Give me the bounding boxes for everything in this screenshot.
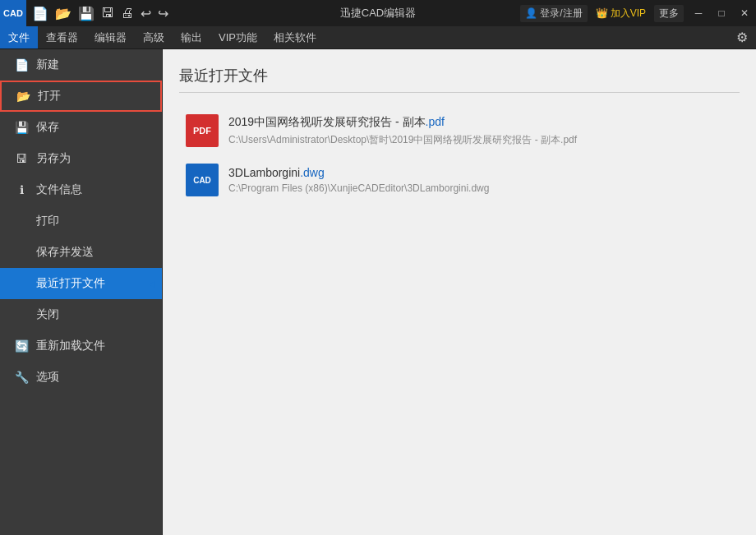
recent-file-cad[interactable]: CAD 3DLamborgini.dwg C:\Program Files (x… <box>179 155 740 205</box>
options-icon: 🔧 <box>13 371 30 384</box>
file-info-cad: 3DLamborgini.dwg C:\Program Files (x86)\… <box>228 166 489 194</box>
sidebar-item-options[interactable]: 🔧 选项 <box>0 362 162 393</box>
info-icon: ℹ <box>13 183 30 196</box>
more-button[interactable]: 更多 <box>654 5 684 22</box>
save-sidebar-icon: 💾 <box>13 121 30 134</box>
file-name-pdf: 2019中国网络视听发展研究报告 - 副本.pdf <box>228 115 577 130</box>
new-file-icon[interactable]: 📄 <box>30 4 51 23</box>
login-button[interactable]: 👤 登录/注册 <box>520 5 587 22</box>
reload-icon: 🔄 <box>13 339 30 353</box>
file-path-cad: C:\Program Files (x86)\XunjieCADEditor\3… <box>228 182 489 194</box>
sidebar-item-recent[interactable]: 最近打开文件 <box>0 268 162 299</box>
app-logo: CAD <box>0 0 26 26</box>
sidebar-item-open[interactable]: 📂 打开 <box>0 81 162 112</box>
maximize-button[interactable]: □ <box>710 0 733 26</box>
file-name-cad: 3DLamborgini.dwg <box>228 166 489 179</box>
vip-button[interactable]: 👑 加入VIP <box>591 5 651 22</box>
open-icon: 📂 <box>15 90 31 103</box>
sidebar-item-fileinfo[interactable]: ℹ 文件信息 <box>0 174 162 205</box>
undo-icon[interactable]: ↩ <box>138 4 154 23</box>
menubar-right: ⚙ <box>731 28 756 47</box>
menu-advanced[interactable]: 高级 <box>135 26 173 48</box>
main-layout: 📄 新建 📂 打开 💾 保存 🖫 另存为 ℹ 文件信息 打印 保存并发送 <box>0 49 756 535</box>
window-controls: ─ □ ✕ <box>687 0 756 26</box>
menu-output[interactable]: 输出 <box>173 26 210 48</box>
right-controls: 👤 登录/注册 👑 加入VIP 更多 <box>520 5 687 22</box>
menu-related[interactable]: 相关软件 <box>265 26 325 48</box>
user-icon: 👤 <box>525 7 537 19</box>
menu-file[interactable]: 文件 <box>0 26 38 48</box>
print-icon[interactable]: 🖨 <box>118 4 136 22</box>
close-window-button[interactable]: ✕ <box>733 0 756 26</box>
redo-icon[interactable]: ↪ <box>155 4 171 23</box>
sidebar-item-new[interactable]: 📄 新建 <box>0 49 162 81</box>
crown-icon: 👑 <box>596 7 608 19</box>
cad-icon: CAD <box>186 164 219 196</box>
sidebar-item-save[interactable]: 💾 保存 <box>0 112 162 143</box>
save-icon[interactable]: 💾 <box>76 4 97 23</box>
file-info-pdf: 2019中国网络视听发展研究报告 - 副本.pdf C:\Users\Admin… <box>228 115 577 147</box>
open-file-icon[interactable]: 📂 <box>53 4 74 23</box>
pdf-icon: PDF <box>186 114 219 147</box>
file-path-pdf: C:\Users\Administrator\Desktop\暂时\2019中国… <box>228 133 577 147</box>
content-area: 最近打开文件 PDF 2019中国网络视听发展研究报告 - 副本.pdf C:\… <box>163 49 756 535</box>
sidebar-item-saveas[interactable]: 🖫 另存为 <box>0 143 162 174</box>
minimize-button[interactable]: ─ <box>687 0 710 26</box>
recent-file-pdf[interactable]: PDF 2019中国网络视听发展研究报告 - 副本.pdf C:\Users\A… <box>179 106 740 155</box>
sidebar-item-close[interactable]: 关闭 <box>0 299 162 330</box>
sidebar: 📄 新建 📂 打开 💾 保存 🖫 另存为 ℹ 文件信息 打印 保存并发送 <box>0 49 163 535</box>
menubar: 文件 查看器 编辑器 高级 输出 VIP功能 相关软件 ⚙ <box>0 26 756 49</box>
toolbar-icons: 📄 📂 💾 🖫 🖨 ↩ ↪ <box>26 4 174 23</box>
sidebar-item-reload[interactable]: 🔄 重新加载文件 <box>0 330 162 362</box>
saveas-icon[interactable]: 🖫 <box>99 4 117 22</box>
new-icon: 📄 <box>13 58 30 71</box>
titlebar: CAD 📄 📂 💾 🖫 🖨 ↩ ↪ 迅捷CAD编辑器 👤 登录/注册 👑 加入V… <box>0 0 756 26</box>
settings-icon[interactable]: ⚙ <box>731 28 753 47</box>
sidebar-item-saveand[interactable]: 保存并发送 <box>0 237 162 268</box>
menu-editor[interactable]: 编辑器 <box>86 26 135 48</box>
content-heading: 最近打开文件 <box>179 66 740 93</box>
app-title: 迅捷CAD编辑器 <box>340 6 416 21</box>
sidebar-item-print[interactable]: 打印 <box>0 205 162 237</box>
saveas-sidebar-icon: 🖫 <box>13 152 30 165</box>
menu-vip[interactable]: VIP功能 <box>210 26 265 48</box>
menu-viewer[interactable]: 查看器 <box>38 26 86 48</box>
